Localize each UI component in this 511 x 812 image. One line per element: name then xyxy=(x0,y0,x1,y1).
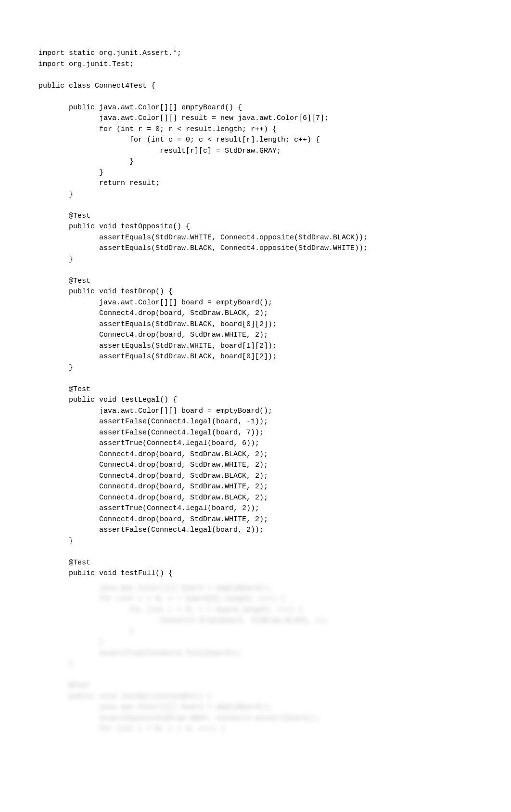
blurred-code-content: java.awt.Color[][] board = emptyBoard();… xyxy=(38,583,473,735)
blurred-code-section: java.awt.Color[][] board = emptyBoard();… xyxy=(38,583,473,735)
code-content: import static org.junit.Assert.*; import… xyxy=(38,48,473,579)
